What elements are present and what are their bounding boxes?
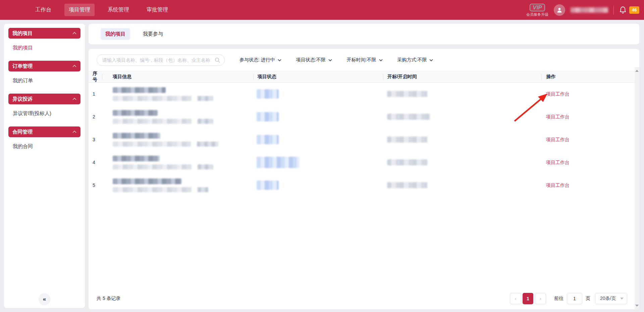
status-badge-redacted xyxy=(257,89,279,99)
person-icon xyxy=(556,7,563,13)
sidebar-section-contract-management[interactable]: 合同管理 xyxy=(8,126,80,137)
table-row: 3 项目工作台 xyxy=(89,128,635,151)
status-badge-redacted xyxy=(257,180,279,190)
project-workbench-link[interactable]: 项目工作台 xyxy=(546,160,570,165)
tab-my-projects[interactable]: 我的项目 xyxy=(101,28,130,40)
project-name-redacted xyxy=(113,133,160,139)
nav-item-workbench[interactable]: 工作台 xyxy=(31,4,56,16)
filter-procurement-method[interactable]: 采购方式:不限 xyxy=(397,57,433,63)
chevron-down-icon xyxy=(328,59,332,61)
sidebar-item-objection-management[interactable]: 异议管理(投标人) xyxy=(4,104,85,122)
filter-bar: 参与状态: 进行中 项目状态:不限 开标时间:不限 采购方式:不限 xyxy=(89,49,639,71)
col-header-project-status: 项目状态 xyxy=(254,74,383,80)
nav-item-approval-management[interactable]: 审批管理 xyxy=(142,4,172,16)
open-time-redacted xyxy=(387,114,430,120)
page-size-select[interactable]: 20条/页 xyxy=(595,293,627,304)
sidebar-section-my-projects[interactable]: 我的项目 xyxy=(8,28,80,39)
status-badge-redacted xyxy=(257,135,279,144)
project-name-redacted xyxy=(113,110,158,116)
sidebar-section-order-management[interactable]: 订单管理 xyxy=(8,61,80,71)
project-tag-redacted xyxy=(197,142,218,147)
sidebar-section-objection-complaint[interactable]: 异议投诉 xyxy=(8,94,80,104)
col-header-index: 序号 xyxy=(89,71,102,83)
user-avatar[interactable] xyxy=(554,4,565,16)
nav-item-project-management[interactable]: 项目管理 xyxy=(64,4,95,16)
main-menu: 工作台 项目管理 系统管理 审批管理 xyxy=(0,4,172,16)
project-name-redacted xyxy=(113,87,166,93)
row-index: 3 xyxy=(93,137,95,142)
project-tag-redacted xyxy=(198,119,213,124)
pagination-controls: ‹ 1 › 前往 页 20条/页 xyxy=(510,293,627,304)
project-workbench-link[interactable]: 项目工作台 xyxy=(546,114,570,119)
status-badge-redacted xyxy=(257,157,300,168)
current-page-button[interactable]: 1 xyxy=(523,293,533,304)
vip-upgrade[interactable]: VIP 会员服务升级 xyxy=(526,4,548,16)
open-time-redacted xyxy=(387,137,427,143)
search-input[interactable] xyxy=(102,57,214,63)
nav-item-system-management[interactable]: 系统管理 xyxy=(103,4,133,16)
bell-icon xyxy=(619,6,627,14)
tabs-bar: 我的项目 我要参与 xyxy=(89,24,639,44)
filter-label: 采购方式:不限 xyxy=(397,57,427,63)
col-header-actions: 操作 xyxy=(542,74,635,80)
project-workbench-link[interactable]: 项目工作台 xyxy=(546,91,570,97)
project-workbench-link[interactable]: 项目工作台 xyxy=(546,183,570,188)
chevron-up-icon xyxy=(72,65,76,67)
sidebar-section-title: 订单管理 xyxy=(12,63,33,69)
project-tag-redacted xyxy=(198,164,213,169)
col-header-open-time: 开标/开启时间 xyxy=(383,74,541,80)
chevron-up-icon xyxy=(72,32,76,35)
page-unit-label: 页 xyxy=(586,296,590,302)
chevron-up-icon xyxy=(72,98,76,100)
pagination-bar: 共 5 条记录 ‹ 1 › 前往 页 20条/页 xyxy=(89,293,635,305)
filter-label: 开标时间:不限 xyxy=(347,57,376,63)
open-time-redacted xyxy=(387,182,427,188)
project-info-cell xyxy=(102,156,253,169)
search-box[interactable] xyxy=(97,54,225,66)
filter-label: 项目状态:不限 xyxy=(296,57,326,63)
row-index: 4 xyxy=(93,160,95,165)
project-name-redacted xyxy=(113,178,181,184)
page-size-value: 20条/页 xyxy=(600,296,616,302)
vip-icon: VIP xyxy=(530,4,545,11)
project-tag-redacted xyxy=(198,187,208,192)
navbar-right: VIP 会员服务升级 46 xyxy=(526,4,644,16)
table-row: 2 项目工作台 xyxy=(89,105,635,128)
search-icon[interactable] xyxy=(214,57,220,63)
table-row: 5 项目工作台 xyxy=(89,174,635,197)
filter-project-status[interactable]: 项目状态:不限 xyxy=(296,57,332,63)
project-detail-redacted xyxy=(113,187,192,192)
chevron-up-icon xyxy=(72,131,76,133)
sidebar-section-title: 异议投诉 xyxy=(12,96,33,102)
project-detail-redacted xyxy=(113,119,192,124)
tab-want-to-participate[interactable]: 我要参与 xyxy=(138,28,168,40)
sidebar-item-my-contracts[interactable]: 我的合同 xyxy=(4,137,85,155)
table-body: 1 项目工作台 2 项目工作台 3 xyxy=(89,83,639,197)
filter-participation-status[interactable]: 参与状态: 进行中 xyxy=(239,57,281,63)
open-time-redacted xyxy=(387,91,427,97)
username-redacted xyxy=(571,7,608,13)
scroll-down-icon[interactable] xyxy=(635,305,639,307)
sidebar-section-title: 我的项目 xyxy=(12,30,33,37)
sidebar-collapse-button[interactable]: « xyxy=(39,293,51,305)
project-workbench-link[interactable]: 项目工作台 xyxy=(546,137,570,142)
sidebar-item-my-orders[interactable]: 我的订单 xyxy=(4,71,85,90)
table-row: 4 项目工作台 xyxy=(89,151,635,174)
goto-page-input[interactable] xyxy=(567,293,582,304)
next-page-button[interactable]: › xyxy=(535,293,546,304)
notification-count-badge: 46 xyxy=(629,6,639,14)
scroll-up-icon[interactable] xyxy=(635,70,639,72)
project-detail-redacted xyxy=(113,142,191,147)
table-header: 序号 项目信息 项目状态 开标/开启时间 操作 xyxy=(89,71,635,83)
table-scrollbar[interactable] xyxy=(635,67,639,309)
sidebar-item-my-projects[interactable]: 我的项目 xyxy=(4,39,85,57)
sidebar: 我的项目 我的项目 订单管理 我的订单 异议投诉 异议管理(投标人) 合同管理 … xyxy=(4,24,85,308)
chevron-down-icon xyxy=(429,59,433,61)
filter-bid-opening-time[interactable]: 开标时间:不限 xyxy=(347,57,383,63)
top-navbar: 工作台 项目管理 系统管理 审批管理 VIP 会员服务升级 46 xyxy=(0,0,644,20)
prev-page-button[interactable]: ‹ xyxy=(510,293,521,304)
notifications[interactable]: 46 xyxy=(619,6,639,14)
row-index: 5 xyxy=(93,183,95,188)
goto-label: 前往 xyxy=(554,296,564,302)
project-info-cell xyxy=(102,87,253,101)
